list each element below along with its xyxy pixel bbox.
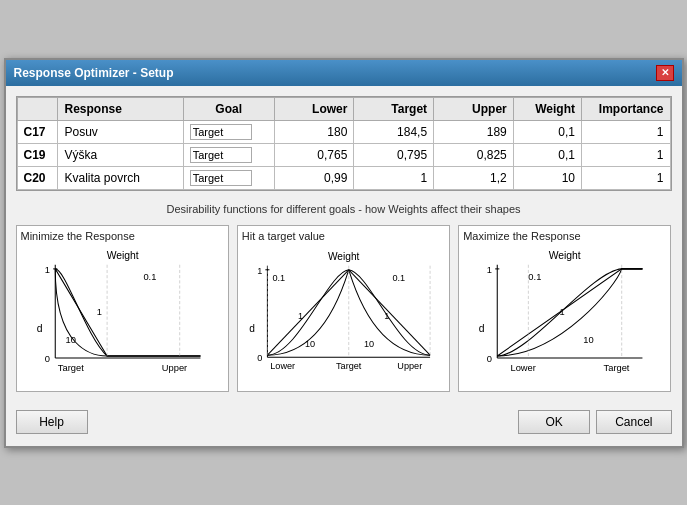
cell-lower: 0,765: [274, 143, 354, 166]
close-button[interactable]: ✕: [656, 65, 674, 81]
cell-weight: 10: [513, 166, 581, 189]
chart-maximize-title: Maximize the Response: [463, 230, 666, 242]
svg-text:d: d: [479, 323, 485, 334]
cell-response: Výška: [58, 143, 183, 166]
cell-importance: 1: [582, 143, 670, 166]
cell-goal[interactable]: Target Minimize Maximize None: [183, 120, 274, 143]
col-header-goal: Goal: [183, 97, 274, 120]
svg-text:0.1: 0.1: [392, 272, 405, 282]
cell-response: Posuv: [58, 120, 183, 143]
svg-text:1: 1: [44, 265, 49, 275]
svg-text:10: 10: [364, 339, 374, 349]
ok-button[interactable]: OK: [518, 410, 590, 434]
cell-target: 184,5: [354, 120, 434, 143]
response-optimizer-window: Response Optimizer - Setup ✕ Response Go…: [4, 58, 684, 448]
cell-upper: 189: [434, 120, 514, 143]
col-header-upper: Upper: [434, 97, 514, 120]
cell-target: 0,795: [354, 143, 434, 166]
svg-text:d: d: [249, 322, 255, 333]
svg-text:Target: Target: [336, 361, 362, 371]
col-header-id: [17, 97, 58, 120]
buttons-row: Help OK Cancel: [16, 406, 672, 436]
svg-text:0: 0: [257, 353, 262, 363]
svg-text:Upper: Upper: [397, 361, 422, 371]
svg-text:Weight: Weight: [328, 250, 360, 261]
col-header-response: Response: [58, 97, 183, 120]
title-bar: Response Optimizer - Setup ✕: [6, 60, 682, 86]
response-table-container: Response Goal Lower Target Upper Weight …: [16, 96, 672, 191]
svg-text:Upper: Upper: [161, 362, 186, 372]
cell-lower: 180: [274, 120, 354, 143]
svg-text:1: 1: [96, 306, 101, 316]
table-row: C17 Posuv Target Minimize Maximize None …: [17, 120, 670, 143]
cell-goal[interactable]: Target Minimize Maximize None: [183, 166, 274, 189]
cell-lower: 0,99: [274, 166, 354, 189]
chart-minimize: Minimize the Response Weight d 1 0 Targe…: [16, 225, 229, 392]
svg-text:0: 0: [487, 354, 492, 364]
help-button[interactable]: Help: [16, 410, 88, 434]
svg-text:Target: Target: [57, 362, 83, 372]
chart-maximize: Maximize the Response Weight d 1 0 Lower…: [458, 225, 671, 392]
svg-text:1: 1: [257, 265, 262, 275]
svg-text:Target: Target: [604, 362, 630, 372]
svg-text:Weight: Weight: [549, 249, 581, 260]
svg-text:Weight: Weight: [106, 249, 138, 260]
cancel-button[interactable]: Cancel: [596, 410, 671, 434]
main-content: Response Goal Lower Target Upper Weight …: [6, 86, 682, 446]
cell-weight: 0,1: [513, 143, 581, 166]
cell-id: C17: [17, 120, 58, 143]
cell-importance: 1: [582, 120, 670, 143]
response-table: Response Goal Lower Target Upper Weight …: [17, 97, 671, 190]
chart-minimize-svg: Weight d 1 0 Target Upper 0.1: [21, 244, 224, 384]
ok-cancel-group: OK Cancel: [518, 410, 671, 434]
window-title: Response Optimizer - Setup: [14, 66, 174, 80]
cell-response: Kvalita povrch: [58, 166, 183, 189]
col-header-weight: Weight: [513, 97, 581, 120]
charts-row: Minimize the Response Weight d 1 0 Targe…: [16, 225, 672, 392]
svg-text:1: 1: [487, 265, 492, 275]
chart-target: Hit a target value Weight d 1 0 Lower Ta…: [237, 225, 450, 392]
cell-target: 1: [354, 166, 434, 189]
svg-text:d: d: [36, 323, 42, 334]
svg-text:0.1: 0.1: [143, 272, 156, 282]
col-header-lower: Lower: [274, 97, 354, 120]
svg-text:10: 10: [583, 334, 593, 344]
chart-minimize-title: Minimize the Response: [21, 230, 224, 242]
table-row: C20 Kvalita povrch Target Minimize Maxim…: [17, 166, 670, 189]
description-text: Desirability functions for different goa…: [16, 203, 672, 215]
svg-text:Lower: Lower: [511, 362, 536, 372]
cell-importance: 1: [582, 166, 670, 189]
svg-text:0: 0: [44, 354, 49, 364]
col-header-importance: Importance: [582, 97, 670, 120]
chart-target-title: Hit a target value: [242, 230, 445, 242]
cell-goal[interactable]: Target Minimize Maximize None: [183, 143, 274, 166]
cell-id: C19: [17, 143, 58, 166]
svg-text:10: 10: [305, 339, 315, 349]
col-header-target: Target: [354, 97, 434, 120]
cell-id: C20: [17, 166, 58, 189]
chart-maximize-svg: Weight d 1 0 Lower Target 0.1: [463, 244, 666, 384]
goal-dropdown[interactable]: Target Minimize Maximize None: [190, 124, 252, 140]
svg-text:0.1: 0.1: [272, 272, 285, 282]
cell-upper: 0,825: [434, 143, 514, 166]
goal-dropdown[interactable]: Target Minimize Maximize None: [190, 147, 252, 163]
title-bar-buttons: ✕: [656, 65, 674, 81]
cell-weight: 0,1: [513, 120, 581, 143]
svg-text:0.1: 0.1: [529, 272, 542, 282]
svg-text:Lower: Lower: [270, 361, 295, 371]
table-row: C19 Výška Target Minimize Maximize None …: [17, 143, 670, 166]
chart-target-svg: Weight d 1 0 Lower Target Upper 0.1: [242, 244, 445, 384]
goal-dropdown[interactable]: Target Minimize Maximize None: [190, 170, 252, 186]
cell-upper: 1,2: [434, 166, 514, 189]
